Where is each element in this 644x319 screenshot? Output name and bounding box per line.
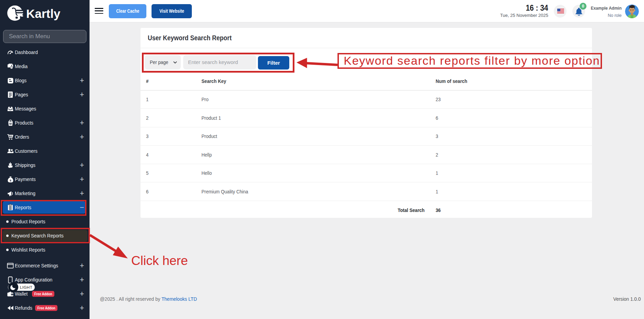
svg-text:$: $ bbox=[10, 179, 11, 182]
svg-text:+: + bbox=[11, 66, 12, 68]
